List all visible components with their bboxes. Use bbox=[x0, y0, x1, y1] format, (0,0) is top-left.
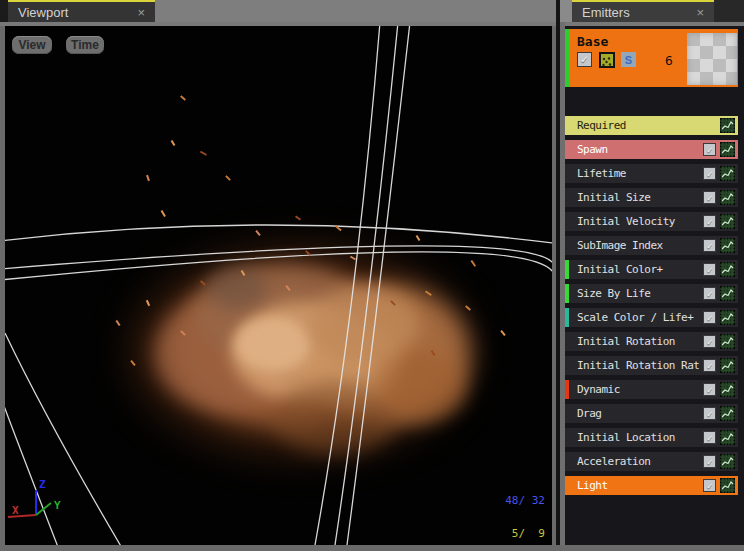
curve-graph-icon[interactable] bbox=[720, 262, 735, 277]
module-enable-checkbox[interactable]: ✓ bbox=[703, 143, 716, 156]
axis-y-label: Y bbox=[54, 499, 61, 512]
emitter-header-base[interactable]: Base ✓ S 6 bbox=[565, 29, 738, 87]
module-label: Light bbox=[577, 479, 699, 492]
check-icon: ✓ bbox=[707, 145, 712, 155]
check-icon: ✓ bbox=[707, 361, 712, 371]
module-row-initial-location[interactable]: Initial Location ✓ bbox=[565, 428, 738, 447]
module-enable-checkbox[interactable]: ✓ bbox=[703, 431, 716, 444]
module-enable-checkbox[interactable]: ✓ bbox=[703, 335, 716, 348]
viewport-canvas[interactable]: Z Y X View Time 48/ 32 5/ 9 2/ 5 9/ 11 5… bbox=[5, 26, 552, 545]
curve-graph-icon[interactable] bbox=[720, 142, 735, 157]
module-label: Dynamic bbox=[577, 383, 699, 396]
module-color-stripe bbox=[565, 308, 569, 327]
curve-graph-icon[interactable] bbox=[720, 406, 735, 421]
tab-emitters-label: Emitters bbox=[582, 5, 630, 20]
module-row-spawn[interactable]: Spawn ✓ bbox=[565, 140, 738, 159]
curve-graph-icon[interactable] bbox=[720, 214, 735, 229]
module-label: Initial Rotation Rate bbox=[577, 359, 699, 372]
module-enable-checkbox[interactable]: ✓ bbox=[703, 167, 716, 180]
emitter-material-thumbnail[interactable] bbox=[687, 33, 737, 85]
module-enable-checkbox[interactable]: ✓ bbox=[703, 455, 716, 468]
module-label: SubImage Index bbox=[577, 239, 699, 252]
module-row-required[interactable]: Required bbox=[565, 116, 738, 135]
module-label: Initial Rotation bbox=[577, 335, 699, 348]
axis-x-label: X bbox=[12, 504, 19, 517]
module-row-drag[interactable]: Drag ✓ bbox=[565, 404, 738, 423]
module-label: Initial Color+ bbox=[577, 263, 699, 276]
module-row-dynamic[interactable]: Dynamic ✓ bbox=[565, 380, 738, 399]
spark-particles bbox=[115, 95, 505, 366]
module-label: Lifetime bbox=[577, 167, 699, 180]
module-enable-checkbox[interactable]: ✓ bbox=[703, 215, 716, 228]
cascade-particle-editor: Viewport × Emitters × bbox=[0, 0, 744, 551]
emitters-tabstrip: Emitters × bbox=[560, 0, 744, 22]
curve-graph-icon[interactable] bbox=[720, 190, 735, 205]
module-label: Spawn bbox=[577, 143, 699, 156]
curve-graph-icon[interactable] bbox=[720, 454, 735, 469]
module-row-size-by-life[interactable]: Size By Life ✓ bbox=[565, 284, 738, 303]
check-icon: ✓ bbox=[707, 241, 712, 251]
module-row-subimage-index[interactable]: SubImage Index ✓ bbox=[565, 236, 738, 255]
module-row-light[interactable]: Light ✓ bbox=[565, 476, 738, 495]
check-icon: ✓ bbox=[707, 457, 712, 467]
emitter-particle-count: 6 bbox=[665, 53, 673, 68]
module-enable-checkbox[interactable]: ✓ bbox=[703, 263, 716, 276]
module-label: Initial Size bbox=[577, 191, 699, 204]
particle-burst-icon[interactable] bbox=[599, 52, 615, 68]
module-label: Initial Velocity bbox=[577, 215, 699, 228]
module-row-acceleration[interactable]: Acceleration ✓ bbox=[565, 452, 738, 471]
stat-row: 5/ 9 bbox=[435, 528, 545, 539]
check-icon: ✓ bbox=[707, 217, 712, 227]
curve-graph-icon[interactable] bbox=[720, 478, 735, 493]
module-label: Drag bbox=[577, 407, 699, 420]
module-enable-checkbox[interactable]: ✓ bbox=[703, 191, 716, 204]
module-enable-checkbox[interactable]: ✓ bbox=[703, 239, 716, 252]
curve-graph-icon[interactable] bbox=[720, 358, 735, 373]
curve-graph-icon[interactable] bbox=[720, 382, 735, 397]
check-icon: ✓ bbox=[707, 409, 712, 419]
curve-graph-icon[interactable] bbox=[720, 430, 735, 445]
module-color-stripe bbox=[565, 380, 569, 399]
curve-graph-icon[interactable] bbox=[720, 238, 735, 253]
module-row-initial-size[interactable]: Initial Size ✓ bbox=[565, 188, 738, 207]
module-row-initial-velocity[interactable]: Initial Velocity ✓ bbox=[565, 212, 738, 231]
module-row-initial-rotation-rate[interactable]: Initial Rotation Rate ✓ bbox=[565, 356, 738, 375]
emitter-guide-curves: Z Y X bbox=[5, 26, 552, 545]
curve-graph-icon[interactable] bbox=[720, 118, 735, 133]
close-icon[interactable]: × bbox=[678, 6, 704, 19]
module-enable-checkbox[interactable]: ✓ bbox=[703, 311, 716, 324]
curve-graph-icon[interactable] bbox=[720, 166, 735, 181]
module-enable-checkbox[interactable]: ✓ bbox=[703, 407, 716, 420]
module-row-initial-color[interactable]: Initial Color+ ✓ bbox=[565, 260, 738, 279]
solo-button[interactable]: S bbox=[621, 52, 636, 67]
check-icon: ✓ bbox=[580, 54, 588, 65]
check-icon: ✓ bbox=[707, 193, 712, 203]
module-color-stripe bbox=[565, 260, 569, 279]
tab-emitters[interactable]: Emitters × bbox=[572, 0, 714, 22]
check-icon: ✓ bbox=[707, 289, 712, 299]
check-icon: ✓ bbox=[707, 337, 712, 347]
module-enable-checkbox[interactable]: ✓ bbox=[703, 479, 716, 492]
module-label: Size By Life bbox=[577, 287, 699, 300]
check-icon: ✓ bbox=[707, 481, 712, 491]
module-row-scale-color-life[interactable]: Scale Color / Life+ ✓ bbox=[565, 308, 738, 327]
tabstrip-corner bbox=[0, 0, 8, 22]
module-enable-checkbox[interactable]: ✓ bbox=[703, 383, 716, 396]
check-icon: ✓ bbox=[707, 169, 712, 179]
curve-graph-icon[interactable] bbox=[720, 310, 735, 325]
view-button[interactable]: View bbox=[12, 36, 52, 54]
module-label: Required bbox=[577, 119, 716, 132]
axis-gizmo: Z Y X bbox=[8, 478, 61, 517]
particle-stats: 48/ 32 5/ 9 2/ 5 9/ 11 5/ 9 3/ 7 bbox=[435, 473, 545, 545]
emitter-enable-checkbox[interactable]: ✓ bbox=[577, 52, 592, 67]
close-icon[interactable]: × bbox=[119, 6, 145, 19]
curve-graph-icon[interactable] bbox=[720, 286, 735, 301]
curve-graph-icon[interactable] bbox=[720, 334, 735, 349]
time-button[interactable]: Time bbox=[66, 36, 104, 54]
module-row-initial-rotation[interactable]: Initial Rotation ✓ bbox=[565, 332, 738, 351]
module-enable-checkbox[interactable]: ✓ bbox=[703, 359, 716, 372]
emitter-name: Base bbox=[577, 34, 608, 49]
module-enable-checkbox[interactable]: ✓ bbox=[703, 287, 716, 300]
tab-viewport[interactable]: Viewport × bbox=[8, 0, 155, 22]
module-row-lifetime[interactable]: Lifetime ✓ bbox=[565, 164, 738, 183]
